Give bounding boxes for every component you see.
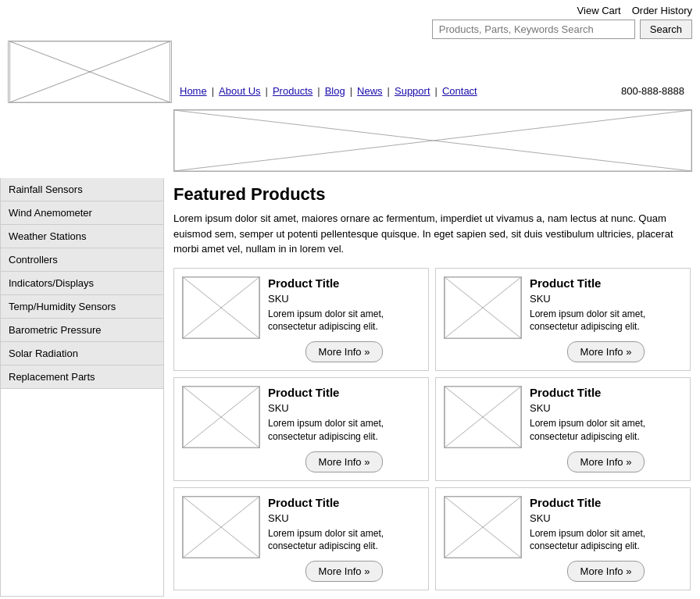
product-desc-2: Lorem ipsum dolor sit amet, consectetur …: [268, 417, 420, 444]
nav-about[interactable]: About Us: [219, 85, 260, 97]
phone-number: 800-888-8888: [621, 85, 684, 97]
product-sku-4: SKU: [268, 512, 420, 524]
product-image-0: [182, 276, 260, 339]
search-input[interactable]: [432, 20, 635, 39]
product-sku-1: SKU: [530, 293, 682, 305]
sidebar-item-solar[interactable]: Solar Radiation: [1, 342, 163, 365]
search-button[interactable]: Search: [640, 20, 692, 39]
order-history-link[interactable]: Order History: [632, 5, 692, 16]
main-nav: Home | About Us | Products | Blog | News…: [172, 79, 692, 103]
product-card-0: Product Title SKU Lorem ipsum dolor sit …: [173, 268, 429, 372]
logo: [8, 41, 172, 103]
more-info-button-1[interactable]: More Info »: [567, 341, 645, 362]
sidebar-item-replacement[interactable]: Replacement Parts: [1, 365, 163, 389]
product-title-1: Product Title: [530, 276, 682, 290]
sidebar-item-wind[interactable]: Wind Anemometer: [1, 201, 163, 225]
product-desc-5: Lorem ipsum dolor sit amet, consectetur …: [530, 527, 682, 554]
product-card-2: Product Title SKU Lorem ipsum dolor sit …: [173, 377, 429, 481]
nav-products[interactable]: Products: [273, 85, 312, 97]
product-image-1: [444, 276, 522, 339]
products-grid: Product Title SKU Lorem ipsum dolor sit …: [173, 268, 691, 591]
sidebar-item-weather[interactable]: Weather Stations: [1, 225, 163, 248]
nav-news[interactable]: News: [357, 85, 383, 97]
product-desc-4: Lorem ipsum dolor sit amet, consectetur …: [268, 527, 420, 554]
nav-contact[interactable]: Contact: [442, 85, 477, 97]
more-info-button-0[interactable]: More Info »: [305, 341, 384, 362]
banner-image: [173, 109, 692, 172]
product-card-1: Product Title SKU Lorem ipsum dolor sit …: [435, 268, 691, 372]
product-image-3: [444, 386, 522, 448]
nav-sep-4: |: [350, 85, 352, 97]
nav-sep-5: |: [388, 85, 390, 97]
product-card-4: Product Title SKU Lorem ipsum dolor sit …: [173, 487, 429, 591]
featured-description: Lorem ipsum dolor sit amet, maiores orna…: [173, 211, 691, 257]
product-sku-3: SKU: [530, 402, 682, 414]
product-image-4: [182, 496, 260, 558]
product-sku-2: SKU: [268, 402, 420, 414]
sidebar-item-temp[interactable]: Temp/Humidity Sensors: [1, 295, 163, 319]
product-title-0: Product Title: [268, 276, 420, 290]
product-desc-3: Lorem ipsum dolor sit amet, consectetur …: [530, 417, 682, 444]
more-info-button-4[interactable]: More Info »: [305, 561, 384, 582]
sidebar-item-indicators[interactable]: Indicators/Displays: [1, 272, 163, 295]
view-cart-link[interactable]: View Cart: [577, 5, 621, 16]
product-image-5: [444, 496, 522, 558]
product-title-3: Product Title: [530, 386, 682, 399]
nav-sep-2: |: [266, 85, 268, 97]
product-sku-5: SKU: [530, 512, 682, 524]
sidebar-item-barometric[interactable]: Barometric Pressure: [1, 319, 163, 342]
nav-support[interactable]: Support: [395, 85, 430, 97]
nav-sep-3: |: [317, 85, 320, 97]
product-title-2: Product Title: [268, 386, 420, 399]
sidebar-item-rainfall[interactable]: Rainfall Sensors: [1, 178, 163, 201]
nav-sep-1: |: [212, 85, 214, 97]
sidebar: Rainfall Sensors Wind Anemometer Weather…: [0, 178, 164, 597]
sidebar-item-controllers[interactable]: Controllers: [1, 248, 163, 272]
nav-sep-6: |: [435, 85, 438, 97]
more-info-button-2[interactable]: More Info »: [305, 451, 384, 472]
nav-home[interactable]: Home: [180, 85, 207, 97]
product-title-5: Product Title: [530, 496, 682, 509]
product-card-5: Product Title SKU Lorem ipsum dolor sit …: [435, 487, 691, 591]
product-desc-1: Lorem ipsum dolor sit amet, consectetur …: [530, 308, 682, 334]
product-desc-0: Lorem ipsum dolor sit amet, consectetur …: [268, 308, 420, 334]
more-info-button-5[interactable]: More Info »: [567, 561, 645, 582]
product-image-2: [182, 386, 260, 448]
product-card-3: Product Title SKU Lorem ipsum dolor sit …: [435, 377, 691, 481]
more-info-button-3[interactable]: More Info »: [567, 451, 645, 472]
featured-title: Featured Products: [173, 184, 691, 205]
product-title-4: Product Title: [268, 496, 420, 509]
product-sku-0: SKU: [268, 293, 420, 305]
nav-blog[interactable]: Blog: [325, 85, 345, 97]
